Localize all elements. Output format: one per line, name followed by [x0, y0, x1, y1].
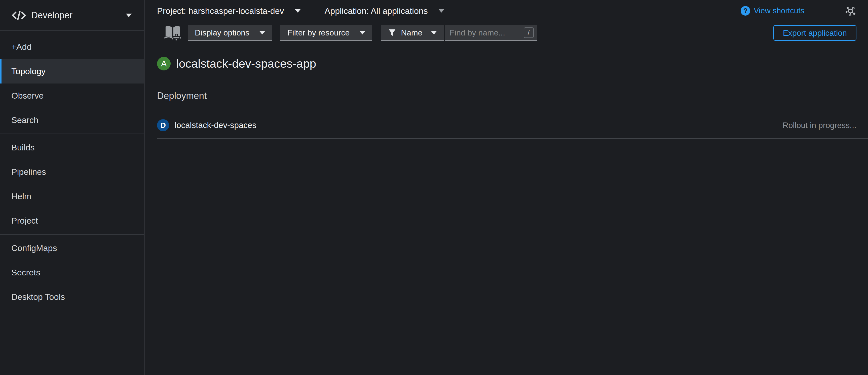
sidebar-divider — [0, 234, 144, 235]
sidebar-item-search[interactable]: Search — [0, 108, 144, 132]
find-by-name-box: / — [445, 25, 537, 41]
perspective-label: Developer — [31, 10, 126, 21]
sidebar-item-secrets[interactable]: Secrets — [0, 260, 144, 285]
application-group-header: A localstack-dev-spaces-app — [157, 57, 868, 70]
chevron-down-icon — [259, 31, 265, 34]
name-filter-label: Name — [401, 28, 422, 37]
chevron-down-icon — [431, 31, 437, 34]
export-application-button[interactable]: Export application — [773, 25, 857, 41]
help-icon: ? — [741, 6, 750, 15]
code-icon — [11, 10, 27, 21]
chevron-down-icon — [438, 9, 444, 12]
resource-row[interactable]: D localstack-dev-spaces Rollout in progr… — [157, 112, 868, 139]
main-area: Project: harshcasper-localsta-dev Applic… — [145, 0, 868, 375]
context-bar: Project: harshcasper-localsta-dev Applic… — [145, 0, 868, 22]
sidebar: Developer +Add Topology Observe Search B… — [0, 0, 145, 375]
resource-name: localstack-dev-spaces — [175, 121, 256, 130]
application-badge: A — [157, 57, 170, 70]
view-shortcuts-link[interactable]: ? View shortcuts — [741, 6, 804, 15]
sidebar-nav: +Add Topology Observe Search Builds Pipe… — [0, 31, 144, 309]
sidebar-item-add[interactable]: +Add — [0, 35, 144, 59]
resource-status: Rollout in progress... — [783, 121, 857, 130]
project-selector[interactable]: Project: harshcasper-localsta-dev — [157, 6, 301, 16]
sidebar-item-helm[interactable]: Helm — [0, 184, 144, 208]
sidebar-item-configmaps[interactable]: ConfigMaps — [0, 236, 144, 260]
name-filter-group: Name / — [381, 25, 537, 41]
deployment-badge: D — [157, 119, 169, 131]
perspective-switcher[interactable]: Developer — [0, 0, 144, 31]
view-shortcuts-label: View shortcuts — [754, 6, 804, 15]
name-filter-dropdown[interactable]: Name — [381, 25, 443, 41]
sidebar-item-observe[interactable]: Observe — [0, 83, 144, 108]
chevron-down-icon — [126, 13, 132, 17]
display-options-label: Display options — [195, 28, 249, 37]
sidebar-divider — [0, 134, 144, 134]
find-by-name-input[interactable] — [450, 28, 524, 37]
application-selector-label: Application: All applications — [324, 6, 428, 16]
guided-tour-book-icon[interactable] — [164, 25, 181, 41]
sidebar-item-pipelines[interactable]: Pipelines — [0, 160, 144, 184]
filter-icon — [388, 29, 396, 36]
sidebar-item-topology[interactable]: Topology — [0, 59, 144, 83]
sidebar-item-builds[interactable]: Builds — [0, 135, 144, 160]
openshift-console: Developer +Add Topology Observe Search B… — [0, 0, 868, 375]
application-title: localstack-dev-spaces-app — [176, 57, 316, 70]
slash-shortcut-key: / — [524, 27, 534, 38]
application-selector[interactable]: Application: All applications — [324, 6, 444, 16]
display-options-dropdown[interactable]: Display options — [188, 25, 272, 41]
topology-toolbar: Display options Filter by resource Name — [145, 22, 868, 44]
deployment-section-heading: Deployment — [157, 91, 868, 101]
topology-view-icon[interactable] — [845, 5, 856, 16]
filter-by-resource-label: Filter by resource — [287, 28, 349, 37]
topology-list-view: A localstack-dev-spaces-app Deployment D… — [145, 44, 868, 375]
sidebar-item-desktop-tools[interactable]: Desktop Tools — [0, 285, 144, 309]
chevron-down-icon — [295, 9, 301, 12]
filter-by-resource-dropdown[interactable]: Filter by resource — [280, 25, 372, 41]
chevron-down-icon — [360, 31, 365, 34]
resource-list: D localstack-dev-spaces Rollout in progr… — [157, 112, 868, 139]
sidebar-item-project[interactable]: Project — [0, 208, 144, 233]
project-selector-label: Project: harshcasper-localsta-dev — [157, 6, 284, 16]
